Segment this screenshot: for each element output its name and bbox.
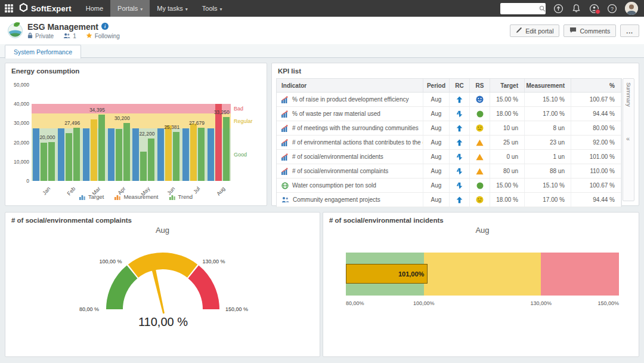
kpi-chart-icon: [281, 168, 289, 175]
column-header-rs: RS: [470, 79, 490, 92]
rs-status-dot-green-icon: [470, 179, 490, 192]
comments-button[interactable]: Comments: [564, 24, 616, 37]
kpi-row[interactable]: Water consumption per ton soldAug15.00 %…: [277, 179, 621, 193]
brand-logo[interactable]: SoftExpert: [19, 3, 72, 14]
kpi-measurement: 88 un: [525, 164, 571, 178]
kpi-row[interactable]: # of meetings with the surrounding commu…: [277, 121, 621, 136]
menu-item-my-tasks[interactable]: My tasks▾: [150, 0, 194, 17]
rs-status-triangle-icon: [470, 164, 490, 178]
global-search-input[interactable]: [503, 4, 539, 14]
column-header-indicator: Indicator: [277, 79, 423, 92]
portal-title-row: ESG Management i: [27, 22, 109, 32]
rs-status-dot-green-icon: [470, 107, 490, 121]
energy-consumption-chart: GoodRegularBad010,00020,00030,00040,0005…: [5, 63, 267, 205]
notifications-bell-icon[interactable]: [571, 4, 581, 14]
chevron-down-icon: ▾: [185, 7, 188, 12]
softexpert-hexagon-icon: [19, 3, 28, 14]
kpi-period: Aug: [423, 164, 450, 178]
column-header--: %: [571, 79, 621, 92]
kpi-period: Aug: [423, 150, 450, 164]
incidents-bullet-chart: 101,00%80,00%100,00%130,00%150,00%: [323, 213, 639, 356]
legend-item-trend[interactable]: Trend: [169, 193, 193, 200]
kpi-row[interactable]: # of social/environmental incidentsAug0 …: [277, 150, 621, 164]
kpi-percent: 101.00 %: [571, 150, 621, 164]
bar-target: [108, 128, 114, 181]
kpi-measurement: 15.10 %: [525, 179, 571, 192]
help-icon[interactable]: ?: [607, 4, 617, 14]
quick-access-icon[interactable]: [553, 4, 564, 14]
gauge-needle: [151, 264, 166, 314]
kpi-chart-icon: [281, 96, 289, 103]
kpi-percent: 100.67 %: [571, 93, 621, 106]
rc-trend-up-icon: [450, 193, 470, 207]
bar-trend: [223, 117, 230, 181]
panel-title: KPI list: [278, 67, 301, 75]
menu-item-home[interactable]: Home: [79, 0, 110, 17]
kpi-percent: 92.00 %: [571, 136, 621, 149]
navbar-right: ?: [500, 2, 644, 15]
kpi-period: Aug: [423, 179, 450, 192]
rc-trend-down-icon: [450, 179, 470, 192]
kpi-period: Aug: [423, 193, 450, 207]
bullet-tick-label: 100,00%: [409, 300, 439, 306]
kpi-row[interactable]: Community engagement projectsAug18.00 %1…: [277, 193, 621, 207]
gauge-segment: [128, 253, 197, 278]
y-axis-tick: 30,000: [5, 120, 29, 126]
top-navbar: SoftExpert HomePortals▾My tasks▾Tools▾ ?: [0, 0, 644, 17]
brand-name: SoftExpert: [31, 4, 72, 13]
more-options-button[interactable]: ...: [620, 24, 639, 37]
edit-portal-button[interactable]: Edit portal: [510, 24, 559, 37]
global-search: [500, 3, 546, 14]
menu-item-portals[interactable]: Portals▾: [110, 0, 150, 17]
collapse-panel-icon[interactable]: «: [626, 135, 630, 142]
pending-activities-icon[interactable]: [589, 4, 599, 14]
portal-header: ESG Management i Private 1 Following Edi…: [0, 17, 644, 44]
following-badge[interactable]: Following: [86, 32, 120, 40]
gauge-segment: [188, 266, 219, 309]
gauge-tick-label: 150,00 %: [225, 306, 248, 312]
y-axis-tick: 20,000: [5, 140, 29, 146]
members-count: 1: [73, 33, 76, 39]
rs-status-face-yellow-icon: [470, 193, 490, 207]
kpi-row[interactable]: # of social/environmental complaintsAug8…: [277, 164, 621, 179]
more-options-label: ...: [626, 27, 633, 35]
column-header-measurement: Measurement: [525, 79, 571, 92]
members-badge[interactable]: 1: [63, 33, 76, 40]
kpi-row[interactable]: # of environmental actions that contribu…: [277, 136, 621, 150]
kpi-indicator: # of social/environmental incidents: [277, 150, 423, 164]
kpi-percent: 80.00 %: [571, 121, 621, 135]
kpi-chart-icon: [281, 125, 289, 132]
bullet-tick-label: 80,00%: [346, 300, 364, 306]
kpi-measurement: 17.00 %: [525, 107, 571, 121]
kpi-indicator: Water consumption per ton sold: [277, 179, 423, 192]
bar-measurement: [91, 119, 97, 181]
user-avatar[interactable]: [625, 2, 638, 15]
rs-status-face-yellow-icon: [470, 121, 490, 135]
bullet-band: [541, 253, 619, 296]
kpi-target: 0 un: [490, 150, 525, 164]
zone-label-good: Good: [234, 152, 247, 158]
kpi-measurement: 17.00 %: [525, 193, 571, 207]
bullet-tick-label: 130,00%: [526, 300, 556, 306]
bar-target: [58, 128, 64, 181]
search-icon[interactable]: [539, 5, 546, 12]
bar-trend: [73, 128, 80, 181]
apps-grid-icon[interactable]: [5, 4, 14, 13]
info-icon[interactable]: i: [101, 22, 109, 32]
menu-item-tools[interactable]: Tools▾: [195, 0, 230, 17]
kpi-row[interactable]: % of raise in product development effici…: [277, 93, 621, 107]
kpi-row[interactable]: % of waste per raw material usedAug18.00…: [277, 107, 621, 121]
kpi-target: 10 un: [490, 121, 525, 135]
chevron-down-icon: ▾: [219, 7, 222, 12]
legend-item-target[interactable]: Target: [79, 193, 104, 200]
rs-status-face-blue-icon: [470, 93, 490, 106]
y-axis-tick: 40,000: [5, 101, 29, 107]
kpi-indicator: # of social/environmental complaints: [277, 164, 423, 178]
column-header-target: Target: [490, 79, 525, 92]
tab-system-performance[interactable]: System Performance: [5, 45, 81, 59]
svg-text:?: ?: [611, 5, 614, 11]
bar-measurement: [41, 143, 47, 181]
legend-item-measurement[interactable]: Measurement: [114, 193, 158, 200]
summary-side-tab[interactable]: Summary «: [623, 78, 634, 201]
edit-portal-label: Edit portal: [525, 27, 553, 35]
